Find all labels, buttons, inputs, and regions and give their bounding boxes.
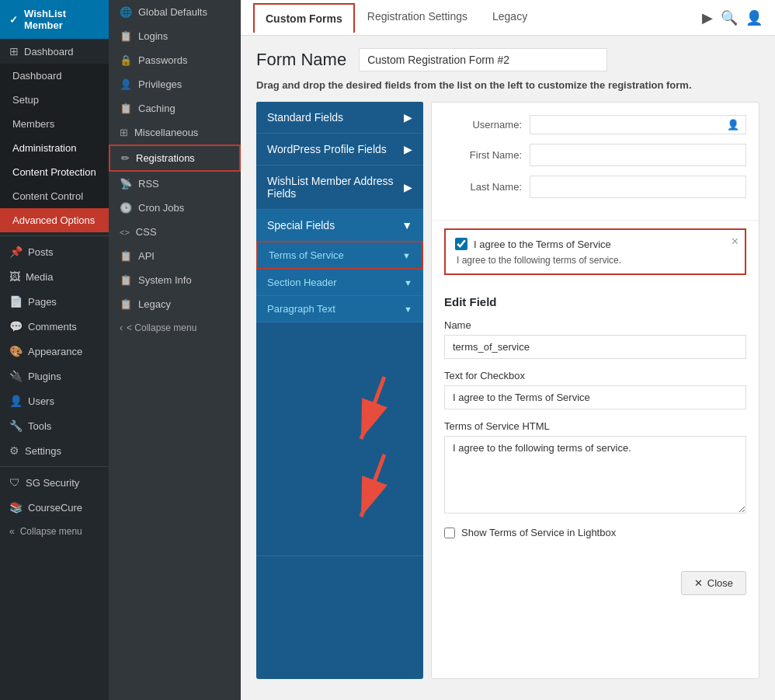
panel2-item-api[interactable]: 📋 API [109, 244, 241, 268]
tos-box: I agree to the Terms of Service I agree … [444, 228, 746, 275]
user-icon[interactable]: 👤 [745, 9, 763, 26]
panel2-label: Legacy [138, 298, 171, 310]
dashboard-icon: ⊞ [9, 45, 19, 57]
sidebar-brand[interactable]: ✓ WishList Member [0, 0, 109, 39]
panel2-item-rss[interactable]: 📡 RSS [109, 172, 241, 196]
panel2-item-passwords[interactable]: 🔒 Passwords [109, 48, 241, 72]
panel2-item-privileges[interactable]: 👤 Privileges [109, 72, 241, 96]
field-group-header-wp-profile[interactable]: WordPress Profile Fields ▶ [256, 134, 423, 165]
panel2-item-system-info[interactable]: 📋 System Info [109, 268, 241, 292]
sidebar-item-content-protection[interactable]: Content Protection [0, 160, 109, 184]
panel2-item-logins[interactable]: 📋 Logins [109, 24, 241, 48]
rss-icon: 📡 [120, 178, 132, 190]
sidebar-item-setup[interactable]: Setup [0, 88, 109, 112]
panel2-label: RSS [138, 178, 159, 190]
sidebar-item-coursecure[interactable]: 📚 CourseCure [0, 495, 109, 520]
form-name-input[interactable] [359, 48, 607, 71]
tab-registration-settings[interactable]: Registration Settings [355, 1, 480, 34]
sidebar-item-dashboard[interactable]: ⊞ Dashboard [0, 39, 109, 64]
panel2-label: Logins [138, 30, 168, 42]
panel2-item-registrations[interactable]: ✏ Registrations [109, 145, 241, 172]
sidebar-item-label: Users [28, 395, 54, 407]
video-icon[interactable]: ▶ [702, 9, 713, 26]
field-dropdown-icon: ▼ [404, 278, 412, 287]
drag-hint: Drag and drop the desired fields from th… [256, 79, 759, 91]
sidebar-item-label: Appearance [28, 346, 82, 357]
sidebar-item-collapse[interactable]: « Collapse menu [0, 520, 109, 543]
firstname-input[interactable] [530, 144, 746, 166]
red-arrow-1 [353, 369, 400, 449]
tos-html-label: Terms of Service HTML [444, 420, 746, 432]
panel2-item-css[interactable]: <> CSS [109, 220, 241, 244]
logins-icon: 📋 [120, 30, 132, 42]
collapse-icon: « [9, 526, 15, 537]
form-columns: Standard Fields ▶ WordPress Profile Fiel… [256, 102, 759, 679]
sidebar-item-pages[interactable]: 📄 Pages [0, 289, 109, 314]
sidebar-item-posts[interactable]: 📌 Posts [0, 239, 109, 264]
sidebar-item-settings[interactable]: ⚙ Settings [0, 438, 109, 463]
fields-panel: Standard Fields ▶ WordPress Profile Fiel… [256, 102, 423, 679]
panel2-item-miscellaneous[interactable]: ⊞ Miscellaneous [109, 120, 241, 145]
tos-check-row: I agree to the Terms of Service [455, 238, 735, 250]
edit-field-title: Edit Field [444, 295, 746, 308]
panel2-item-cron-jobs[interactable]: 🕒 Cron Jobs [109, 196, 241, 220]
panel2-label: Caching [138, 103, 176, 114]
lastname-label: Last Name: [444, 181, 522, 193]
lightbox-checkbox[interactable] [444, 528, 455, 538]
field-item-paragraph-text[interactable]: Paragraph Text ▼ [256, 296, 423, 322]
sidebar-item-users[interactable]: 👤 Users [0, 388, 109, 413]
username-icon: 👤 [727, 119, 739, 131]
preview-field-lastname: Last Name: [444, 176, 746, 198]
field-item-terms-of-service[interactable]: Terms of Service ▼ [256, 241, 423, 270]
sidebar-sub-label: Dashboard [12, 70, 62, 82]
tab-custom-forms[interactable]: Custom Forms [253, 3, 355, 33]
topbar: Custom Forms Registration Settings Legac… [241, 0, 775, 36]
edit-field-section: Edit Field Name Text for Checkbox Terms … [432, 283, 759, 563]
sidebar-item-advanced-options[interactable]: Advanced Options [0, 208, 109, 232]
lightbox-label: Show Terms of Service in Lightbox [461, 527, 616, 538]
field-group-header-standard[interactable]: Standard Fields ▶ [256, 102, 423, 133]
preview-field-firstname: First Name: [444, 144, 746, 166]
panel2-item-caching[interactable]: 📋 Caching [109, 96, 241, 120]
field-group-header-special[interactable]: Special Fields ▼ [256, 210, 423, 241]
field-item-section-header[interactable]: Section Header ▼ [256, 270, 423, 296]
topbar-icons: ▶ 🔍 👤 [702, 9, 763, 26]
legacy-icon: 📋 [120, 298, 132, 310]
tab-legacy[interactable]: Legacy [480, 1, 540, 34]
text-for-checkbox-input[interactable] [444, 385, 746, 409]
field-group-header-wl-address[interactable]: WishList Member Address Fields ▶ [256, 165, 423, 209]
tos-html-textarea[interactable]: I agree to the following terms of servic… [444, 436, 746, 514]
css-icon: <> [120, 228, 130, 237]
sidebar-item-members[interactable]: Members [0, 112, 109, 136]
sidebar-item-comments[interactable]: 💬 Comments [0, 314, 109, 339]
chevron-right-icon: ▶ [404, 143, 412, 155]
username-input-wrap: 👤 [530, 115, 746, 134]
sidebar-item-dashboard-sub[interactable]: Dashboard [0, 64, 109, 88]
close-button[interactable]: ✕ Close [681, 571, 746, 595]
panel2-collapse-btn[interactable]: ‹ < Collapse menu [109, 316, 241, 340]
lastname-input[interactable] [530, 176, 746, 198]
sidebar: ✓ WishList Member ⊞ Dashboard Dashboard … [0, 0, 109, 700]
panel2-item-legacy[interactable]: 📋 Legacy [109, 292, 241, 316]
field-group-standard: Standard Fields ▶ [256, 102, 423, 134]
preview-panel: Username: 👤 First Name: Last Name: [431, 102, 759, 679]
tos-close-btn[interactable]: × [732, 235, 739, 249]
sidebar-item-appearance[interactable]: 🎨 Appearance [0, 339, 109, 364]
search-icon[interactable]: 🔍 [721, 9, 738, 26]
sidebar-item-tools[interactable]: 🔧 Tools [0, 413, 109, 438]
sidebar-item-label: Comments [28, 321, 77, 333]
panel2-item-global-defaults[interactable]: 🌐 Global Defaults [109, 0, 241, 24]
tos-checkbox[interactable] [455, 238, 467, 250]
sidebar-item-plugins[interactable]: 🔌 Plugins [0, 364, 109, 388]
panel2-label: CSS [136, 226, 157, 238]
sidebar-item-administration[interactable]: Administration [0, 136, 109, 160]
chevron-right-icon: ▶ [404, 111, 412, 124]
panel2-label: Global Defaults [138, 6, 207, 18]
appearance-icon: 🎨 [9, 345, 23, 357]
sidebar-item-sg-security[interactable]: 🛡 SG Security [0, 470, 109, 495]
name-input[interactable] [444, 335, 746, 359]
sidebar-item-media[interactable]: 🖼 Media [0, 264, 109, 289]
panel2-label: System Info [138, 274, 192, 286]
sidebar-item-content-control[interactable]: Content Control [0, 184, 109, 208]
registrations-icon: ✏ [121, 152, 130, 164]
